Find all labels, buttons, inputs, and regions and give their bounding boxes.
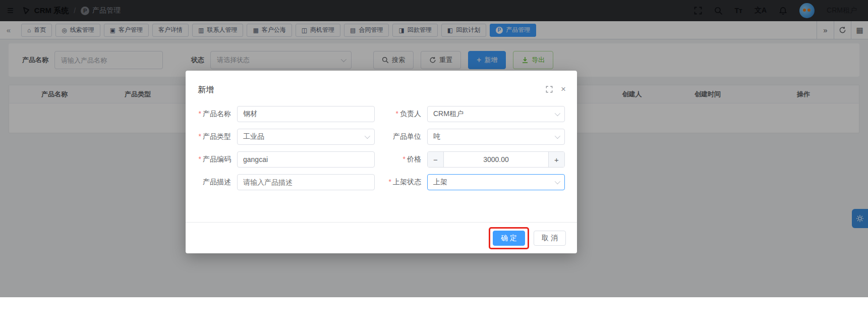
- dialog-fullscreen-icon[interactable]: [546, 86, 553, 93]
- price-stepper: − 3000.00 +: [427, 151, 565, 168]
- field-label-product-desc: 产品描述: [191, 178, 237, 187]
- dialog-footer: 确 定 取 消: [186, 222, 577, 253]
- dialog-close-icon[interactable]: ×: [561, 85, 566, 93]
- required-mark: *: [389, 178, 391, 186]
- owner-select[interactable]: CRM租户: [427, 106, 565, 122]
- required-mark: *: [396, 110, 398, 118]
- chevron-down-icon: [555, 111, 560, 116]
- confirm-annotation-box: 确 定: [489, 227, 529, 249]
- add-product-dialog: 新增 × *产品名称 *负责人 CRM租户: [186, 71, 577, 253]
- chevron-down-icon: [365, 133, 370, 139]
- required-mark: *: [199, 132, 201, 140]
- decrease-button[interactable]: −: [428, 152, 444, 167]
- required-mark: *: [199, 155, 201, 163]
- increase-button[interactable]: +: [548, 152, 564, 167]
- shelf-status-value: 上架: [433, 178, 555, 187]
- product-unit-value: 吨: [433, 132, 555, 141]
- owner-value: CRM租户: [433, 110, 555, 119]
- dialog-title: 新增: [198, 85, 214, 94]
- product-name-input[interactable]: [237, 106, 375, 122]
- field-label-owner: *负责人: [381, 110, 427, 119]
- required-mark: *: [403, 155, 406, 163]
- product-type-select[interactable]: 工业品: [237, 129, 375, 145]
- field-label-shelf-status: *上架状态: [381, 178, 427, 187]
- price-value[interactable]: 3000.00: [444, 152, 548, 167]
- confirm-button[interactable]: 确 定: [493, 231, 525, 246]
- chevron-down-icon: [555, 133, 560, 139]
- field-label-product-unit: 产品单位: [381, 132, 427, 141]
- field-label-product-name: *产品名称: [191, 110, 237, 119]
- screen: ≡ CRM 系统 / P 产品管理 Tт 文A CRM租户: [0, 0, 868, 326]
- product-unit-select[interactable]: 吨: [427, 129, 565, 145]
- product-desc-input[interactable]: [237, 174, 375, 190]
- required-mark: *: [199, 110, 201, 118]
- product-code-input[interactable]: [237, 151, 375, 168]
- product-type-value: 工业品: [243, 132, 365, 141]
- shelf-status-select[interactable]: 上架: [427, 174, 565, 190]
- field-label-price: *价格: [381, 155, 427, 164]
- chevron-down-icon: [555, 179, 560, 184]
- field-label-product-type: *产品类型: [191, 132, 237, 141]
- field-label-product-code: *产品编码: [191, 155, 237, 164]
- cancel-button[interactable]: 取 消: [534, 231, 566, 246]
